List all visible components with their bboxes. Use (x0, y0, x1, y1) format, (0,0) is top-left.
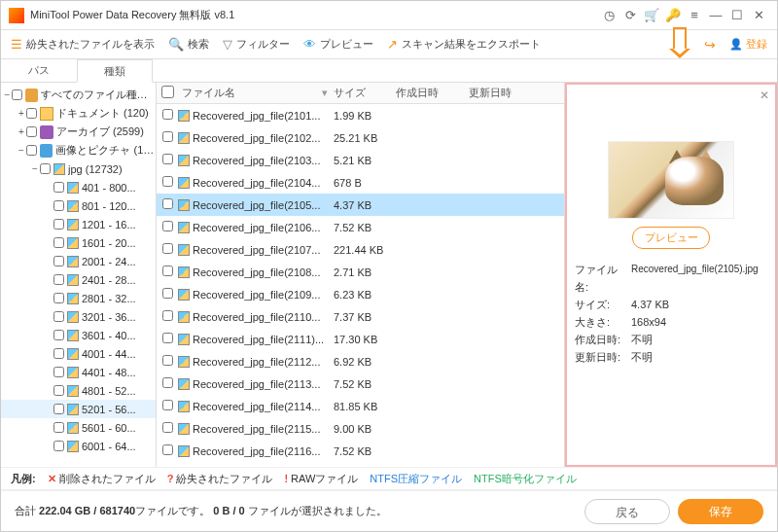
filter-button[interactable]: ▽フィルター (223, 37, 290, 52)
tree-item[interactable]: 5201 - 56... (1, 400, 156, 418)
tree-checkbox[interactable] (26, 108, 37, 119)
file-row[interactable]: Recovered_jpg_file(2110...7.37 KB (157, 305, 564, 328)
file-checkbox[interactable] (162, 131, 173, 142)
col-created[interactable]: 作成日時 (396, 86, 469, 100)
file-row[interactable]: Recovered_jpg_file(2107...221.44 KB (157, 238, 564, 261)
tab-path[interactable]: パス (1, 59, 77, 82)
tree-item[interactable]: 1201 - 16... (1, 215, 156, 233)
expand-icon[interactable] (44, 219, 53, 230)
tree-item[interactable]: 2801 - 32... (1, 289, 156, 307)
file-row[interactable]: Recovered_jpg_file(2114...81.85 KB (157, 395, 564, 417)
back-button[interactable]: 戻る (584, 499, 670, 524)
file-checkbox[interactable] (162, 243, 173, 254)
file-row[interactable]: Recovered_jpg_file(2112...6.92 KB (157, 350, 564, 372)
export-button[interactable]: ↗スキャン結果をエクスポート (387, 37, 541, 52)
expand-icon[interactable] (44, 330, 53, 340)
close-icon[interactable]: ✕ (748, 8, 769, 22)
tree-checkbox[interactable] (53, 311, 64, 322)
expand-icon[interactable] (44, 311, 53, 322)
preview-button[interactable]: 👁プレビュー (303, 37, 373, 52)
tree-checkbox[interactable] (26, 145, 37, 156)
expand-icon[interactable] (44, 182, 53, 193)
file-checkbox[interactable] (162, 266, 173, 276)
expand-icon[interactable] (44, 256, 53, 266)
file-row[interactable]: Recovered_jpg_file(2108...2.71 KB (157, 261, 564, 283)
file-checkbox[interactable] (162, 176, 173, 187)
search-button[interactable]: 🔍検索 (168, 37, 209, 52)
tree-item[interactable]: 3201 - 36... (1, 307, 156, 326)
file-checkbox[interactable] (162, 221, 173, 231)
close-preview-icon[interactable]: ✕ (760, 89, 769, 102)
file-row[interactable]: Recovered_jpg_file(2103...5.21 KB (157, 149, 564, 171)
expand-icon[interactable] (44, 404, 53, 414)
expand-icon[interactable] (44, 348, 53, 359)
col-modified[interactable]: 更新日時 (469, 86, 542, 100)
expand-icon[interactable] (44, 385, 53, 396)
expand-icon[interactable]: + (17, 126, 26, 137)
tree-checkbox[interactable] (53, 330, 64, 340)
tree-checkbox[interactable] (26, 126, 37, 137)
preview-open-button[interactable]: プレビュー (632, 227, 710, 249)
show-lost-files[interactable]: ☰紛失されたファイルを表示 (11, 37, 155, 52)
login-button[interactable]: 👤登録 (729, 37, 767, 52)
tree-item[interactable]: 2401 - 28... (1, 270, 156, 289)
tree-checkbox[interactable] (53, 422, 64, 433)
maximize-icon[interactable]: ☐ (726, 8, 748, 22)
file-checkbox[interactable] (162, 422, 173, 433)
expand-icon[interactable]: − (30, 163, 40, 174)
menu-icon[interactable]: ≡ (684, 8, 705, 22)
file-checkbox[interactable] (162, 154, 173, 164)
expand-icon[interactable]: + (17, 108, 26, 119)
tree-item[interactable]: 1601 - 20... (1, 233, 156, 252)
tree-checkbox[interactable] (53, 367, 64, 377)
minimize-icon[interactable]: — (705, 8, 726, 22)
tree-checkbox[interactable] (53, 182, 64, 193)
tree-checkbox[interactable] (53, 293, 64, 303)
file-row[interactable]: Recovered_jpg_file(2109...6.23 KB (157, 283, 564, 305)
file-row[interactable]: Recovered_jpg_file(2106...7.52 KB (157, 216, 564, 238)
tree-checkbox[interactable] (53, 441, 64, 451)
col-size[interactable]: サイズ (334, 86, 396, 100)
tree-item[interactable]: 6001 - 64... (1, 437, 156, 455)
tree-checkbox[interactable] (53, 200, 64, 211)
tree-item[interactable]: −すべてのファイル種類 (6... (1, 86, 156, 104)
file-row[interactable]: Recovered_jpg_file(2113...7.52 KB (157, 372, 564, 395)
expand-icon[interactable] (44, 200, 53, 211)
tree-checkbox[interactable] (53, 256, 64, 266)
tree-item[interactable]: 5601 - 60... (1, 418, 156, 437)
file-row[interactable]: Recovered_jpg_file(2102...25.21 KB (157, 126, 564, 149)
expand-icon[interactable] (44, 274, 53, 285)
tree-checkbox[interactable] (53, 385, 64, 396)
col-name[interactable]: ファイル名▾ (178, 86, 334, 100)
file-checkbox[interactable] (162, 333, 173, 343)
expand-icon[interactable] (44, 293, 53, 303)
key-icon[interactable]: 🔑 (662, 8, 684, 22)
tab-type[interactable]: 種類 (77, 59, 153, 83)
clock-icon[interactable]: ◷ (598, 8, 619, 22)
file-row[interactable]: Recovered_jpg_file(2104...678 B (157, 171, 564, 194)
tree-item[interactable]: 2001 - 24... (1, 252, 156, 270)
tree-item[interactable]: −jpg (12732) (1, 160, 156, 178)
file-row[interactable]: Recovered_jpg_file(2101...1.99 KB (157, 104, 564, 126)
tree-checkbox[interactable] (40, 163, 51, 174)
share-icon[interactable]: ↪ (704, 37, 716, 53)
file-checkbox[interactable] (162, 198, 173, 209)
tree-checkbox[interactable] (12, 89, 22, 100)
tree-checkbox[interactable] (53, 219, 64, 230)
tree-item[interactable]: 4801 - 52... (1, 381, 156, 400)
file-checkbox[interactable] (162, 310, 173, 321)
file-row[interactable]: Recovered_jpg_file(2111)...17.30 KB (157, 328, 564, 350)
tree-item[interactable]: 801 - 120... (1, 196, 156, 215)
cart-icon[interactable]: 🛒 (641, 8, 662, 22)
file-checkbox[interactable] (162, 444, 173, 455)
file-checkbox[interactable] (162, 400, 173, 410)
expand-icon[interactable] (44, 367, 53, 377)
file-checkbox[interactable] (162, 355, 173, 366)
expand-icon[interactable]: − (3, 89, 12, 100)
file-row[interactable]: Recovered_jpg_file(2116...7.52 KB (157, 440, 564, 462)
tree-item[interactable]: +ドキュメント (120) (1, 104, 156, 123)
tree-checkbox[interactable] (53, 348, 64, 359)
expand-icon[interactable] (44, 237, 53, 248)
expand-icon[interactable] (44, 441, 53, 451)
select-all-checkbox[interactable] (161, 86, 174, 98)
